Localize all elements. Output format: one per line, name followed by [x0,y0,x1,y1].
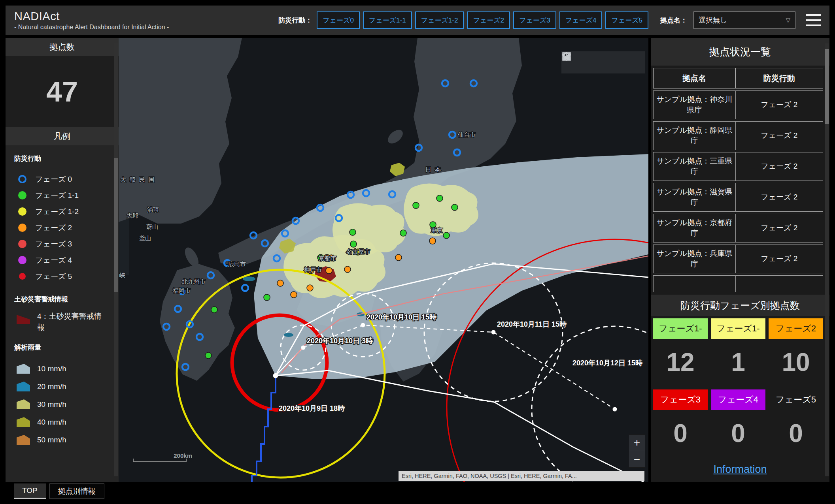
legend-label: フェーズ 1-1 [35,190,79,201]
status-table-body: サンプル拠点：神奈川県庁 フェーズ 2 サンプル拠点：静岡県庁 フェーズ 2 サ… [653,88,823,292]
legend-item-phase5: フェーズ 5 [18,268,111,284]
map[interactable]: 仙台市日本大韓民国大邱浦項蔚山釜山峡広島市北九州市福岡市名古屋市京都市神戸市東京… [119,38,648,482]
legend-item-rain40: 40 mm/h [17,413,111,431]
phase3-count-badge: フェーズ3 [653,389,708,410]
phase-cell: フェーズ 2 [736,152,823,181]
site-name-cell: サンプル拠点：京都府庁 [654,214,736,242]
legend-label: 20 mm/h [37,382,66,391]
svg-text:2020年10月9日 18時: 2020年10月9日 18時 [279,404,345,412]
rain50-swatch [17,435,30,445]
tab-top[interactable]: TOP [14,483,46,499]
site-name-cell: サンプル拠点：神奈川県庁 [654,91,736,119]
legend-item-phase0: フェーズ 0 [18,171,111,187]
table-row[interactable]: サンプル拠点：三重県庁 フェーズ 2 [653,152,823,181]
legend-title: 凡例 [6,127,119,145]
dosha-swatch [17,313,30,324]
information-link[interactable]: Information [713,463,767,476]
map-attribution: Esri, HERE, Garmin, FAO, NOAA, USGS | Es… [399,471,644,481]
phase2-count-badge: フェーズ2 [769,318,823,339]
water-detail-2 [284,333,293,337]
phase1-1-count: 12 [653,339,708,386]
phase3-swatch [18,240,26,248]
svg-text:2020年10月10日 3時: 2020年10月10日 3時 [307,337,373,345]
phase-filter-button-5[interactable]: フェーズ5 [605,11,648,29]
table-row[interactable]: サンプル拠点：静岡県庁 フェーズ 2 [653,121,823,150]
rain40-swatch [17,417,30,427]
legend-item-rain30: 30 mm/h [17,395,111,413]
site-select-dropdown[interactable]: 選択無し ▽ [693,11,795,29]
legend-item-phase1-1: フェーズ 1-1 [18,187,111,203]
legend-label: 40 mm/h [37,418,66,427]
table-row-partial[interactable] [653,275,823,292]
phase5-count-badge: フェーズ5 [769,389,823,410]
phase-filter-button-4[interactable]: フェーズ4 [559,11,603,29]
info-area: Information [651,457,829,482]
phase-filter-button-1-1[interactable]: フェーズ1-1 [363,11,412,29]
phase-count-row-2: フェーズ3 フェーズ4 フェーズ5 0 0 0 [651,387,829,457]
legend-label: フェーズ 4 [35,255,72,265]
sidebar: 拠点数 47 凡例 防災行動 フェーズ 0 フェーズ 1-1 フェーズ 1-2 [6,38,119,482]
basemap-grid-icon[interactable] [626,56,639,69]
legend-label: 4：土砂災害警戒情報 [37,311,108,333]
legend-label: フェーズ 0 [35,174,72,184]
site-name-cell [654,276,736,292]
svg-text:広島市: 広島市 [228,261,246,267]
table-row[interactable]: サンプル拠点：兵庫県庁 フェーズ 2 [653,244,823,273]
tab-site-detail[interactable]: 拠点別情報 [49,483,104,499]
home-icon[interactable] [587,56,601,69]
rain-legend-list: 10 mm/h 20 mm/h 30 mm/h 40 mm/h 50 mm/h [17,360,111,449]
svg-text:大邱: 大邱 [127,212,138,219]
column-header-site: 拠点名 [654,68,736,88]
table-row[interactable]: サンプル拠点：神奈川県庁 フェーズ 2 [653,90,823,119]
legend-label: フェーズ 1-2 [35,207,79,217]
svg-text:名古屋市: 名古屋市 [346,248,370,255]
layers-icon[interactable] [606,56,620,69]
menu-icon[interactable] [806,14,821,26]
view-tabs: TOP 拠点別情報 [14,483,104,499]
app-header: NADIAct - Natural catastrophe Alert Dash… [6,6,829,35]
sidebar-scrollbar[interactable] [114,43,118,476]
phase-cell: フェーズ 2 [736,183,823,211]
legend-body: 防災行動 フェーズ 0 フェーズ 1-1 フェーズ 1-2 フェーズ 2 [6,145,119,449]
scrollbar-thumb[interactable] [825,49,829,124]
app-title: NADIAct [14,10,169,23]
phase5-swatch [19,273,26,280]
rain30-swatch [17,399,30,409]
site-name-cell: サンプル拠点：三重県庁 [654,152,736,181]
table-row[interactable]: サンプル拠点：滋賀県庁 フェーズ 2 [653,183,823,212]
svg-text:浦項: 浦項 [147,206,159,213]
phase4-count: 0 [711,410,765,457]
phase-filter-group: 防災行動： フェーズ0 フェーズ1-1 フェーズ1-2 フェーズ2 フェーズ3 … [278,11,648,29]
table-row[interactable]: サンプル拠点：京都府庁 フェーズ 2 [653,214,823,243]
legend-section-behavior: 防災行動 [14,154,111,163]
legend-label: 50 mm/h [37,436,66,444]
phase4-count-badge: フェーズ4 [711,389,765,410]
zoom-out-button[interactable]: − [629,451,645,467]
scale-label: 200km [174,452,192,459]
legend-item-dosha: 4：土砂災害警戒情報 [17,311,111,333]
panel-scrollbar[interactable] [825,43,829,476]
app-subtitle: - Natural catastrophe Alert Dashboard fo… [14,24,169,31]
legend-label: 30 mm/h [37,400,66,409]
svg-text:福岡市: 福岡市 [173,287,191,294]
chevron-down-icon: ▽ [786,17,790,24]
phase2-count: 10 [769,339,823,386]
zoom-in-button[interactable]: + [629,435,645,451]
svg-text:大韓民国: 大韓民国 [120,176,158,183]
phase-filter-label: 防災行動： [278,16,312,25]
legend-label: フェーズ 3 [35,239,72,249]
phase-filter-button-0[interactable]: フェーズ0 [317,11,360,29]
phase-cell: フェーズ 2 [736,245,823,273]
phase-filter-button-3[interactable]: フェーズ3 [513,11,556,29]
phase-filter-button-1-2[interactable]: フェーズ1-2 [415,11,464,29]
scrollbar-thumb[interactable] [114,158,118,292]
phase0-swatch [18,175,26,183]
phase-count-row-1: フェーズ1- フェーズ1- フェーズ2 12 1 10 [651,316,829,386]
phase-count-title: 防災行動フェーズ別拠点数 [651,295,829,316]
map-scalebar: 200km [133,459,192,462]
map-canvas: 仙台市日本大韓民国大邱浦項蔚山釜山峡広島市北九州市福岡市名古屋市京都市神戸市東京… [119,38,648,482]
map-toolbar [561,51,645,73]
phase-legend-list: フェーズ 0 フェーズ 1-1 フェーズ 1-2 フェーズ 2 フェーズ 3 [18,171,111,284]
phase-filter-button-2[interactable]: フェーズ2 [467,11,510,29]
phase1-1-count-badge: フェーズ1- [653,318,708,339]
